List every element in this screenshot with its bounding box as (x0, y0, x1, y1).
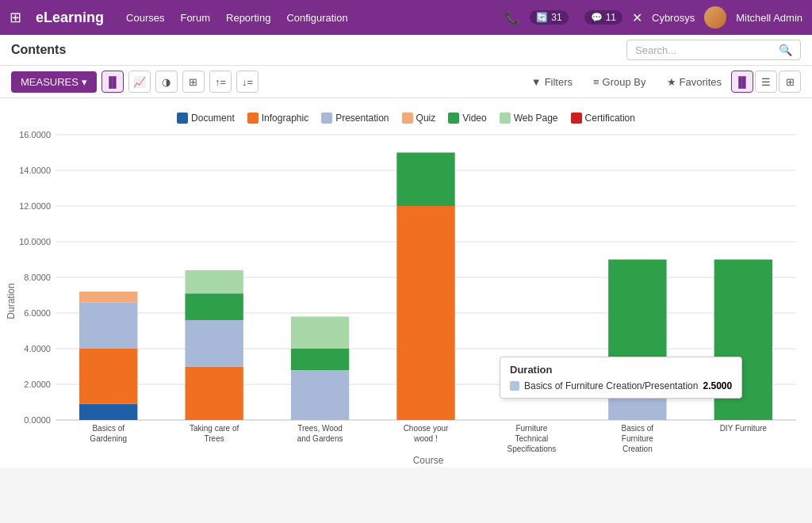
legend-label-quiz: Quiz (416, 113, 436, 124)
sort-asc-icon[interactable]: ↑= (209, 71, 232, 93)
x-tick-label: Taking care of (190, 424, 239, 433)
x-tick-label: Creation (622, 445, 653, 453)
message-badge[interactable]: 💬 11 (584, 10, 622, 25)
measures-caret: ▾ (82, 76, 87, 88)
x-tick-label: Specifications (508, 445, 557, 453)
groupby-label: Group By (603, 76, 646, 88)
bar-segment[interactable] (291, 317, 349, 349)
search-box[interactable]: Search... 🔍 (626, 40, 801, 60)
legend-label-video: Video (462, 113, 486, 124)
legend-item-video: Video (448, 113, 486, 124)
brand-name: eLearning (36, 10, 104, 26)
measures-label: MEASURES (21, 76, 79, 88)
top-navigation: ⊞ eLearning Courses Forum Reporting Conf… (0, 0, 812, 35)
favorites-button[interactable]: ★ Favorites (662, 73, 726, 91)
bar-segment[interactable] (185, 293, 243, 320)
legend-color-webpage (500, 113, 511, 124)
sub-toolbar: Contents Search... 🔍 (0, 35, 812, 66)
page-title: Contents (11, 43, 620, 57)
nav-right: 📞 🔄 31 💬 11 ✕ Cybrosys Mitchell Admin (504, 6, 802, 29)
legend-color-quiz (402, 113, 413, 124)
list-view-button[interactable]: ☰ (755, 71, 777, 93)
x-tick-label: Furniture (622, 434, 653, 443)
legend-label-infographic: Infographic (262, 113, 308, 124)
legend-label-certification: Certification (585, 113, 635, 124)
filter-icon: ▼ (531, 76, 542, 88)
x-tick-label: Gardening (90, 434, 127, 443)
measures-button[interactable]: MEASURES ▾ (11, 71, 97, 93)
bar-segment[interactable] (79, 404, 137, 420)
legend-item-quiz: Quiz (402, 113, 436, 124)
bar-chart-icon[interactable]: ▐▌ (102, 71, 124, 93)
x-tick-label: Basics of (622, 424, 654, 433)
star-icon: ★ (667, 76, 676, 88)
bar-segment[interactable] (291, 370, 349, 420)
svg-text:8.0000: 8.0000 (24, 273, 51, 282)
svg-text:14.0000: 14.0000 (19, 166, 51, 175)
y-axis-label: Duration (6, 283, 17, 319)
bar-segment[interactable] (608, 376, 666, 420)
x-tick-label: Trees, Wood (297, 424, 343, 433)
legend-color-infographic (247, 113, 259, 124)
legend-label-webpage: Web Page (514, 113, 558, 124)
bar-segment[interactable] (714, 260, 772, 421)
legend-item-document: Document (177, 113, 235, 124)
phone-icon[interactable]: 📞 (504, 10, 520, 25)
activity-badge[interactable]: 🔄 31 (530, 10, 568, 25)
bar-segment[interactable] (185, 270, 243, 293)
legend-color-presentation (321, 113, 332, 124)
line-chart-icon[interactable]: 📈 (128, 71, 151, 93)
bar-segment[interactable] (79, 292, 137, 303)
filter-group: ▼ Filters ≡ Group By ★ Favorites (527, 73, 726, 91)
bar-segment[interactable] (291, 349, 349, 370)
svg-text:0.0000: 0.0000 (24, 415, 51, 425)
pie-chart-icon[interactable]: ◑ (155, 71, 178, 93)
filters-button[interactable]: ▼ Filters (527, 73, 577, 91)
filters-label: Filters (545, 76, 573, 88)
chart-area: DocumentInfographicPresentationQuizVideo… (0, 98, 812, 468)
view-buttons: ▐▌ ☰ ⊞ (731, 71, 801, 93)
favorites-label: Favorites (680, 76, 722, 88)
svg-text:16.0000: 16.0000 (19, 130, 51, 139)
badge-11: 11 (606, 12, 616, 23)
nav-links: Courses Forum Reporting Configuration (126, 12, 490, 24)
bar-segment[interactable] (79, 303, 137, 349)
nav-courses[interactable]: Courses (126, 12, 164, 24)
x-tick-label: wood ! (413, 434, 437, 443)
svg-text:2.0000: 2.0000 (24, 380, 51, 389)
x-tick-label: Technical (515, 434, 549, 443)
legend-color-document (177, 113, 188, 124)
x-tick-label: Furniture (515, 424, 547, 433)
controls-row: MEASURES ▾ ▐▌ 📈 ◑ ⊞ ↑= ↓= ▼ Filters ≡ Gr… (0, 66, 812, 98)
svg-text:6.0000: 6.0000 (24, 308, 51, 318)
bar-segment[interactable] (185, 367, 243, 421)
svg-text:10.0000: 10.0000 (19, 237, 51, 246)
nav-forum[interactable]: Forum (180, 12, 210, 24)
avatar[interactable] (704, 6, 726, 29)
grid-icon[interactable]: ⊞ (10, 9, 21, 26)
settings-icon[interactable]: ✕ (632, 10, 642, 25)
nav-reporting[interactable]: Reporting (226, 12, 270, 24)
nav-configuration[interactable]: Configuration (286, 12, 347, 24)
groupby-button[interactable]: ≡ Group By (588, 73, 651, 91)
bar-segment[interactable] (608, 260, 666, 376)
chart-legend: DocumentInfographicPresentationQuizVideo… (0, 106, 812, 127)
x-axis-label: Course (413, 455, 444, 466)
x-tick-label: Trees (205, 434, 224, 443)
groupby-icon: ≡ (593, 76, 599, 88)
legend-item-certification: Certification (571, 113, 635, 124)
sort-desc-icon[interactable]: ↓= (236, 71, 259, 93)
svg-text:12.0000: 12.0000 (19, 201, 51, 211)
legend-label-document: Document (191, 113, 235, 124)
grid-view-button[interactable]: ⊞ (779, 71, 801, 93)
bar-segment[interactable] (79, 349, 137, 404)
chart-view-button[interactable]: ▐▌ (731, 71, 753, 93)
pivot-icon[interactable]: ⊞ (182, 71, 205, 93)
svg-text:4.0000: 4.0000 (24, 344, 51, 353)
bar-segment[interactable] (396, 206, 454, 420)
bar-segment[interactable] (396, 153, 454, 207)
search-icon[interactable]: 🔍 (779, 44, 792, 56)
legend-item-presentation: Presentation (321, 113, 389, 124)
legend-color-video (448, 113, 459, 124)
bar-segment[interactable] (185, 320, 243, 367)
